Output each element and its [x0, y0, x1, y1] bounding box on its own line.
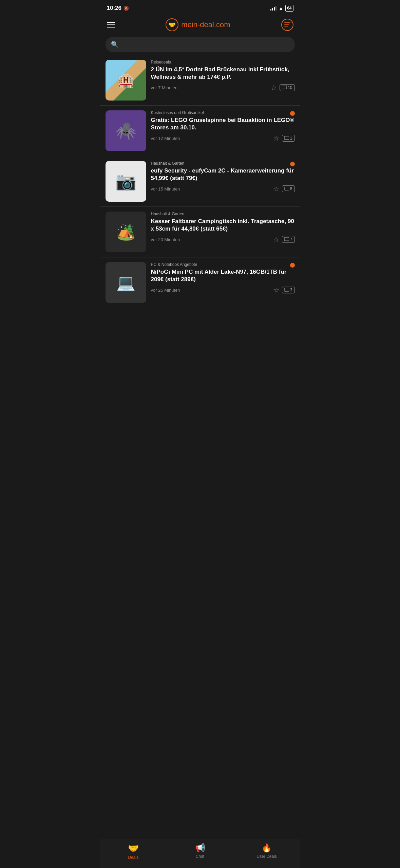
- deal-meta: vor 15 Minuten ☆ 8: [151, 185, 295, 193]
- deal-category: PC & Notebook Angebote: [151, 262, 295, 267]
- hamburger-menu-button[interactable]: [107, 22, 115, 28]
- deals-tab-label: Deals: [128, 855, 138, 860]
- deal-actions: ☆ 7: [273, 235, 295, 243]
- deal-item-1[interactable]: Reisedeals 2 ÜN im 4,5* Dorint Bad Brück…: [100, 55, 300, 106]
- comment-count[interactable]: 8: [282, 185, 295, 192]
- deals-icon: 🤝: [128, 843, 139, 854]
- deal-time: vor 15 Minuten: [151, 186, 180, 192]
- svg-rect-3: [284, 24, 289, 25]
- deal-title: Kesser Faltbarer Campingtisch inkl. Trag…: [151, 218, 295, 233]
- signal-icon: [270, 6, 277, 11]
- search-bar[interactable]: 🔍: [106, 37, 295, 52]
- svg-rect-11: [284, 237, 289, 241]
- comment-count[interactable]: 10: [280, 84, 294, 91]
- comment-icon: [284, 237, 289, 241]
- deal-time: vor 12 Minuten: [151, 136, 180, 141]
- user-deals-icon: 🔥: [262, 843, 272, 853]
- comment-icon: [284, 187, 289, 191]
- deal-actions: ☆ 8: [273, 185, 295, 193]
- chat-tab-label: Chat: [196, 854, 204, 859]
- comment-count[interactable]: 3: [282, 287, 295, 293]
- svg-rect-9: [284, 187, 289, 190]
- deal-time: vor 7 Minuten: [151, 85, 178, 90]
- search-icon: 🔍: [111, 41, 118, 48]
- new-indicator: [290, 162, 295, 166]
- comment-count[interactable]: 1: [282, 135, 295, 142]
- status-right: ▲ 64: [270, 5, 293, 12]
- svg-text:🤝: 🤝: [168, 21, 176, 29]
- deal-list: Reisedeals 2 ÜN im 4,5* Dorint Bad Brück…: [100, 55, 300, 342]
- app-header: 🤝 mein-deal.com: [100, 14, 300, 37]
- deal-item-2[interactable]: Kostenloses und Gratisartikel Gratis: LE…: [100, 106, 300, 156]
- deal-actions: ☆ 10: [271, 84, 294, 92]
- menu-lines-icon: [284, 22, 290, 27]
- deal-actions: ☆ 1: [273, 134, 295, 142]
- comment-icon: [284, 288, 289, 292]
- status-bar: 10:26 🔕 ▲ 64: [100, 0, 300, 14]
- deals-container: Reisedeals 2 ÜN im 4,5* Dorint Bad Brück…: [100, 55, 300, 308]
- comment-icon: [282, 86, 287, 90]
- svg-rect-5: [282, 86, 287, 89]
- deal-time: vor 20 Minuten: [151, 237, 180, 242]
- deal-meta: vor 7 Minuten ☆ 10: [151, 84, 295, 92]
- deal-category: Haushalt & Garten: [151, 212, 295, 216]
- deal-title: 2 ÜN im 4,5* Dorint Bad Brückenau inkl F…: [151, 66, 295, 81]
- deal-thumbnail: [106, 110, 146, 151]
- deal-title: Gratis: LEGO Gruselspinne bei Bauaktion …: [151, 116, 295, 131]
- deal-content: Reisedeals 2 ÜN im 4,5* Dorint Bad Brück…: [151, 60, 295, 92]
- status-time: 10:26 🔕: [107, 5, 129, 12]
- deal-thumbnail: [106, 212, 146, 252]
- logo-text: mein-deal.com: [181, 20, 230, 29]
- favorite-button[interactable]: ☆: [273, 185, 279, 193]
- deal-thumbnail: [106, 60, 146, 101]
- svg-rect-13: [284, 288, 289, 291]
- deal-item-4[interactable]: Haushalt & Garten Kesser Faltbarer Campi…: [100, 207, 300, 257]
- deal-title: NiPoGi Mini PC mit Alder Lake-N97, 16GB/…: [151, 268, 295, 283]
- deal-item-3[interactable]: Haushalt & Garten eufy Security - eufyCa…: [100, 156, 300, 207]
- deal-meta: vor 12 Minuten ☆ 1: [151, 134, 295, 142]
- svg-rect-2: [284, 22, 290, 23]
- tab-deals[interactable]: 🤝 Deals: [100, 843, 167, 860]
- wifi-icon: ▲: [279, 5, 283, 11]
- chat-icon: 📢: [195, 843, 205, 853]
- deal-time: vor 25 Minuten: [151, 288, 180, 293]
- favorite-button[interactable]: ☆: [273, 134, 279, 142]
- new-indicator: [290, 111, 295, 116]
- svg-rect-7: [284, 136, 289, 140]
- deal-content: Haushalt & Garten Kesser Faltbarer Campi…: [151, 212, 295, 243]
- logo-icon: 🤝: [166, 18, 178, 31]
- deal-meta: vor 25 Minuten ☆ 3: [151, 286, 295, 294]
- deal-title: eufy Security - eufyCam 2C - Kameraerwei…: [151, 167, 295, 182]
- deal-category: Kostenloses und Gratisartikel: [151, 110, 295, 115]
- deal-item-5[interactable]: PC & Notebook Angebote NiPoGi Mini PC mi…: [100, 257, 300, 308]
- deal-content: Haushalt & Garten eufy Security - eufyCa…: [151, 161, 295, 193]
- comment-icon: [284, 136, 289, 140]
- deal-thumbnail: [106, 161, 146, 202]
- battery-indicator: 64: [285, 5, 293, 12]
- deal-content: PC & Notebook Angebote NiPoGi Mini PC mi…: [151, 262, 295, 294]
- deal-category: Reisedeals: [151, 60, 295, 65]
- time-display: 10:26: [107, 5, 121, 12]
- favorite-button[interactable]: ☆: [271, 84, 277, 92]
- deal-content: Kostenloses und Gratisartikel Gratis: LE…: [151, 110, 295, 142]
- comment-count[interactable]: 7: [282, 236, 295, 243]
- deal-actions: ☆ 3: [273, 286, 295, 294]
- deal-thumbnail: [106, 262, 146, 303]
- tab-bar: 🤝 Deals 📢 Chat 🔥 User Deals: [100, 839, 300, 868]
- favorite-button[interactable]: ☆: [273, 286, 279, 294]
- favorite-button[interactable]: ☆: [273, 235, 279, 243]
- deal-category: Haushalt & Garten: [151, 161, 295, 166]
- deal-meta: vor 20 Minuten ☆ 7: [151, 235, 295, 243]
- logo: 🤝 mein-deal.com: [166, 18, 230, 31]
- mute-icon: 🔕: [123, 6, 129, 11]
- tab-chat[interactable]: 📢 Chat: [167, 843, 233, 860]
- new-indicator: [290, 263, 295, 268]
- header-menu-button[interactable]: [281, 19, 293, 31]
- user-deals-tab-label: User Deals: [257, 854, 277, 859]
- tab-user-deals[interactable]: 🔥 User Deals: [233, 843, 300, 860]
- svg-rect-4: [284, 26, 288, 27]
